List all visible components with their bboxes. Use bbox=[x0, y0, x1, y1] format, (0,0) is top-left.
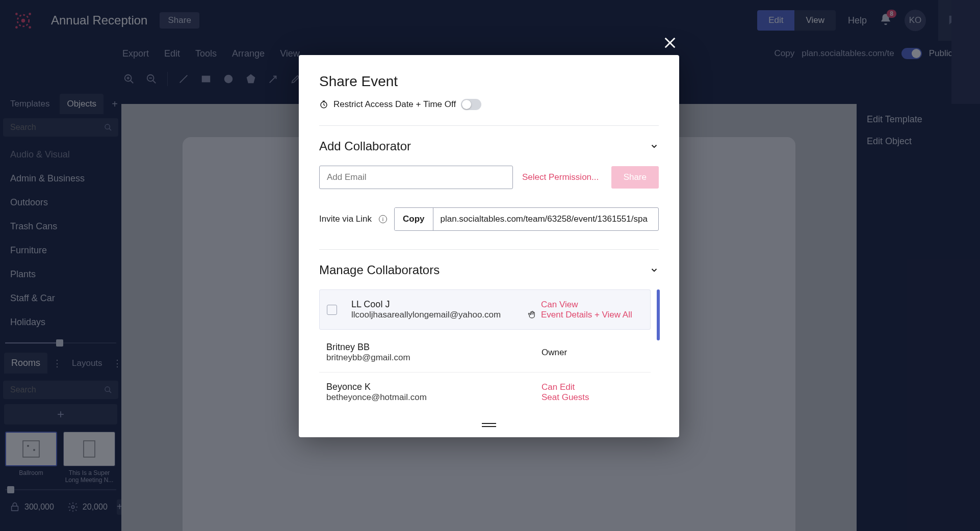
invite-link-label: Invite via Link bbox=[319, 214, 372, 224]
collaborator-email: betheyonce@hotmail.com bbox=[326, 392, 541, 403]
collaborator-scrollbar[interactable] bbox=[657, 289, 660, 340]
share-collaborator-button[interactable]: Share bbox=[611, 166, 659, 189]
chevron-down-icon[interactable] bbox=[650, 266, 659, 275]
collaborator-name: Beyonce K bbox=[326, 382, 541, 392]
collaborator-role: Owner bbox=[541, 348, 643, 358]
collaborator-role-sub: Seat Guests bbox=[541, 392, 643, 403]
collaborator-row[interactable]: Britney BB britneybb@gmail.com Owner bbox=[319, 333, 651, 373]
manage-collaborators-heading: Manage Collaborators bbox=[319, 263, 440, 277]
cursor-hand-icon bbox=[527, 310, 537, 320]
restrict-access-toggle[interactable] bbox=[461, 99, 481, 110]
permission-select[interactable]: Select Permission... bbox=[522, 172, 599, 182]
collaborator-checkbox[interactable] bbox=[327, 305, 337, 315]
collaborator-row[interactable]: LL Cool J llcooljhasareallylongemail@yah… bbox=[319, 289, 651, 330]
collaborator-role[interactable]: Can View bbox=[541, 300, 643, 310]
add-collaborator-heading: Add Collaborator bbox=[319, 139, 411, 153]
collaborator-role-sub: Event Details + View All bbox=[541, 310, 643, 320]
svg-line-32 bbox=[324, 105, 325, 106]
invite-link-url[interactable]: plan.socialtables.com/team/63258/event/1… bbox=[433, 208, 659, 230]
add-email-input[interactable] bbox=[319, 166, 513, 189]
clock-icon bbox=[319, 100, 328, 109]
restrict-access-label: Restrict Access Date + Time Off bbox=[333, 99, 456, 110]
collaborator-list: LL Cool J llcooljhasareallylongemail@yah… bbox=[319, 289, 659, 412]
info-icon[interactable]: i bbox=[379, 215, 387, 223]
close-icon bbox=[663, 36, 677, 50]
share-event-modal: Share Event Restrict Access Date + Time … bbox=[299, 55, 679, 437]
collaborator-email: britneybb@gmail.com bbox=[326, 353, 541, 363]
copy-link-button[interactable]: Copy bbox=[395, 208, 433, 230]
modal-close-button[interactable] bbox=[663, 36, 677, 54]
collaborator-role[interactable]: Can Edit bbox=[541, 382, 643, 392]
divider bbox=[319, 249, 659, 250]
divider bbox=[319, 125, 659, 126]
chevron-down-icon[interactable] bbox=[650, 142, 659, 151]
collaborator-row[interactable]: Beyonce K betheyonce@hotmail.com Can Edi… bbox=[319, 373, 651, 412]
modal-resize-handle[interactable] bbox=[319, 423, 659, 427]
collaborator-name: Britney BB bbox=[326, 342, 541, 353]
collaborator-name: LL Cool J bbox=[351, 299, 541, 310]
collaborator-email: llcooljhasareallylongemail@yahoo.com bbox=[351, 310, 541, 320]
modal-title: Share Event bbox=[319, 73, 659, 90]
